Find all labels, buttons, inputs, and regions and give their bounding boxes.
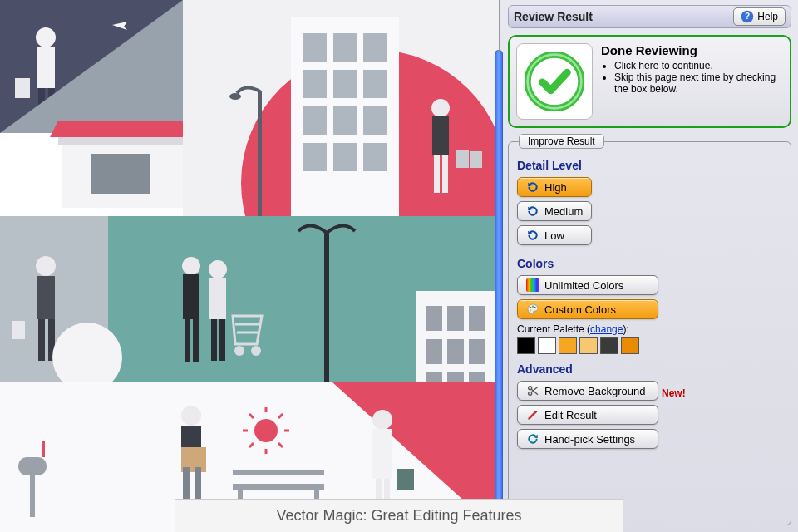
svg-rect-2 [37, 47, 55, 88]
svg-point-92 [372, 410, 392, 430]
svg-rect-9 [58, 137, 187, 145]
svg-point-30 [229, 93, 241, 100]
svg-point-103 [534, 307, 536, 308]
svg-rect-24 [333, 106, 357, 135]
scissors-icon [526, 384, 539, 397]
custom-colors-button[interactable]: Custom Colors [517, 299, 658, 319]
svg-rect-58 [324, 233, 329, 382]
svg-rect-20 [303, 70, 327, 98]
hand-pick-label: Hand-pick Settings [544, 433, 635, 446]
done-bullet: Skip this page next time by checking the… [614, 71, 783, 95]
remove-bg-label: Remove Background [544, 385, 645, 397]
edit-result-button[interactable]: Edit Result [517, 405, 658, 425]
svg-rect-21 [333, 70, 357, 98]
detail-medium-button[interactable]: Medium [517, 201, 592, 221]
svg-rect-43 [12, 321, 25, 339]
palette-swatch[interactable] [621, 337, 639, 354]
improve-result-group: Improve Result Detail Level High Medium … [508, 141, 791, 525]
svg-rect-64 [447, 339, 464, 364]
svg-rect-60 [426, 306, 442, 331]
done-title: Done Reviewing [601, 43, 783, 57]
done-bullet: Click here to continue. [614, 60, 783, 71]
svg-point-74 [181, 406, 201, 426]
svg-rect-17 [303, 33, 327, 62]
svg-point-31 [431, 99, 450, 117]
palette-swatch[interactable] [538, 337, 556, 354]
custom-colors-label: Custom Colors [544, 303, 616, 316]
svg-point-44 [52, 323, 122, 392]
svg-rect-33 [434, 155, 440, 193]
detail-low-label: Low [544, 229, 564, 242]
svg-rect-62 [469, 306, 485, 331]
svg-rect-19 [363, 33, 387, 62]
svg-rect-28 [363, 143, 387, 171]
svg-rect-22 [363, 70, 387, 98]
colors-heading: Colors [517, 257, 782, 270]
detail-level-heading: Detail Level [517, 159, 782, 172]
done-text: Done Reviewing Click here to continue. S… [601, 43, 783, 120]
detail-low-button[interactable]: Low [517, 225, 592, 245]
palette-swatch[interactable] [600, 337, 618, 354]
svg-rect-18 [333, 33, 357, 62]
svg-rect-29 [258, 91, 262, 216]
redo-icon [526, 180, 539, 194]
svg-rect-27 [333, 143, 357, 171]
unlimited-colors-label: Unlimited Colors [544, 279, 623, 292]
svg-rect-40 [37, 276, 55, 319]
svg-rect-36 [470, 151, 482, 168]
svg-point-46 [182, 257, 200, 275]
preview-canvas [0, 0, 499, 532]
svg-rect-35 [456, 150, 469, 168]
scrollbar[interactable] [495, 50, 503, 515]
svg-rect-34 [442, 155, 448, 193]
advanced-heading: Advanced [517, 362, 782, 376]
new-badge: New! [662, 387, 686, 399]
help-label: Help [757, 11, 778, 22]
svg-point-101 [530, 307, 531, 308]
svg-point-104 [530, 309, 531, 311]
palette-swatch[interactable] [517, 337, 535, 354]
svg-rect-48 [185, 319, 190, 362]
svg-point-39 [36, 256, 56, 276]
svg-rect-96 [397, 469, 414, 490]
svg-rect-89 [233, 470, 324, 475]
help-button[interactable]: ? Help [733, 7, 786, 26]
svg-rect-53 [219, 319, 225, 361]
remove-background-button[interactable]: Remove Background [517, 381, 658, 401]
svg-rect-51 [209, 278, 226, 319]
svg-rect-25 [363, 106, 387, 135]
app-window: Review Result ? Help Done Reviewing Clic… [0, 0, 798, 532]
detail-high-button[interactable]: High [517, 177, 592, 197]
current-palette-label: Current Palette (change): [517, 323, 782, 335]
svg-rect-5 [15, 78, 30, 98]
svg-point-50 [209, 260, 227, 278]
svg-rect-23 [303, 106, 327, 135]
palette-icon [526, 303, 539, 316]
palette-swatch[interactable] [559, 337, 577, 354]
svg-rect-88 [233, 484, 324, 490]
detail-medium-label: Medium [544, 205, 583, 218]
done-reviewing-box[interactable]: Done Reviewing Click here to continue. S… [508, 35, 791, 128]
svg-rect-41 [38, 319, 45, 361]
svg-rect-73 [42, 441, 45, 457]
unlimited-colors-button[interactable]: Unlimited Colors [517, 275, 658, 295]
svg-point-56 [234, 346, 244, 356]
help-icon: ? [741, 10, 754, 23]
svg-rect-32 [432, 116, 449, 155]
svg-rect-61 [447, 306, 464, 331]
caption-bar: Vector Magic: Great Editing Features [175, 499, 623, 532]
undo-icon [526, 432, 539, 446]
svg-rect-10 [91, 154, 150, 194]
palette-swatches [517, 337, 782, 354]
side-panel: Review Result ? Help Done Reviewing Clic… [499, 0, 798, 532]
palette-swatch[interactable] [579, 337, 598, 354]
svg-point-57 [251, 346, 261, 356]
panel-title: Review Result [514, 10, 593, 23]
redo-icon [526, 204, 539, 218]
hand-pick-settings-button[interactable]: Hand-pick Settings [517, 429, 658, 449]
edit-result-label: Edit Result [544, 409, 597, 421]
detail-high-label: High [544, 181, 567, 194]
improve-legend: Improve Result [519, 134, 604, 149]
change-palette-link[interactable]: change [590, 323, 623, 335]
checkmark-icon [516, 43, 593, 120]
